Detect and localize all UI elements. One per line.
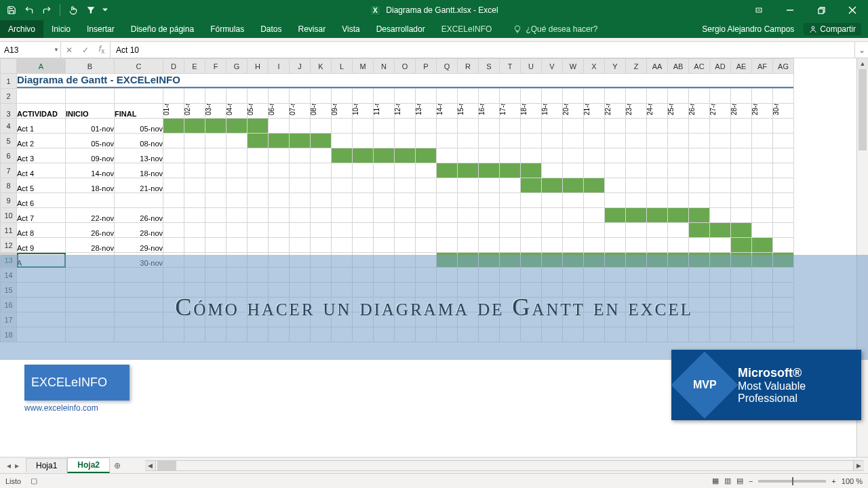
cell-gantt[interactable] [353,223,374,238]
cell[interactable] [332,283,353,298]
cell-gantt[interactable] [752,223,773,238]
cell-gantt[interactable] [437,134,458,148]
cell-gantt[interactable] [521,238,542,253]
cell[interactable] [668,268,689,283]
cell[interactable] [416,298,437,312]
cell-gantt[interactable] [226,148,248,163]
cell[interactable] [226,298,248,312]
col-header-AF[interactable]: AF [752,59,773,74]
cell-gantt[interactable] [311,238,332,253]
tab-datos[interactable]: Datos [252,20,290,38]
cell-gantt[interactable] [584,208,605,223]
zoom-in-button[interactable]: + [831,477,835,485]
cell[interactable] [689,268,710,283]
cell-gantt[interactable] [731,134,752,148]
col-header-P[interactable]: P [416,59,437,74]
cell-gantt[interactable] [479,148,500,163]
cell[interactable] [66,283,115,298]
cell-gantt[interactable] [752,119,773,134]
cell-date-header[interactable]: 11-nov [374,104,395,119]
cell-gantt[interactable] [710,178,731,193]
cell-gantt[interactable] [311,134,332,148]
cell-date-header[interactable]: 01-nov [163,104,184,119]
cell-gantt[interactable] [290,253,311,268]
cell-gantt[interactable] [773,208,794,223]
cell-gantt[interactable] [626,178,647,193]
cell[interactable] [17,89,66,104]
cell-gantt[interactable] [395,238,416,253]
cell-gantt[interactable] [163,208,184,223]
cell[interactable] [542,283,563,298]
cell[interactable] [752,312,773,327]
cell[interactable] [584,268,605,283]
cell-gantt[interactable] [500,163,521,178]
cell-gantt[interactable] [163,119,184,134]
cell-gantt[interactable] [458,238,479,253]
cell-gantt[interactable] [479,238,500,253]
cell-gantt[interactable] [563,193,584,208]
view-pagebreak-button[interactable]: ▤ [736,476,743,485]
cell-date-header[interactable]: 19-nov [542,104,563,119]
cell-gantt[interactable] [584,134,605,148]
cell[interactable] [710,312,731,327]
cell-gantt[interactable] [311,193,332,208]
cell[interactable] [115,89,163,104]
cell-gantt[interactable] [416,119,437,134]
cell-end[interactable]: 13-nov [115,148,163,163]
cell[interactable] [290,268,311,283]
cell[interactable] [563,298,584,312]
cell[interactable] [17,298,66,312]
cell[interactable] [647,312,668,327]
cell[interactable] [163,89,184,104]
cell-gantt[interactable] [458,253,479,268]
cell[interactable] [479,89,500,104]
cell-gantt[interactable] [269,208,290,223]
sheet-tab-hoja1[interactable]: Hoja1 [26,458,67,472]
col-header-T[interactable]: T [500,59,521,74]
cell[interactable] [205,312,226,327]
cell-gantt[interactable] [184,193,205,208]
cell-gantt[interactable] [647,253,668,268]
cell-gantt[interactable] [668,134,689,148]
horizontal-scrollbar[interactable]: ◀ ▶ [145,460,864,471]
cell-gantt[interactable] [689,148,710,163]
cell[interactable] [205,89,226,104]
cell-gantt[interactable] [752,253,773,268]
cell-gantt[interactable] [458,223,479,238]
expand-formula-bar-button[interactable]: ⌄ [854,42,868,58]
user-name[interactable]: Sergio Alejandro Campos [702,24,794,34]
cell-gantt[interactable] [395,208,416,223]
vertical-scroll-thumb[interactable] [859,69,867,150]
cell[interactable] [563,283,584,298]
cell-gantt[interactable] [226,119,248,134]
col-header-O[interactable]: O [395,59,416,74]
cell-gantt[interactable] [269,193,290,208]
cell[interactable] [115,283,163,298]
cell[interactable] [226,327,248,342]
col-header-A[interactable]: A [17,59,66,74]
cell-date-header[interactable]: 30-nov [773,104,794,119]
cell-gantt[interactable] [731,238,752,253]
cell[interactable] [17,327,66,342]
share-button[interactable]: Compartir [804,23,861,35]
cell[interactable] [311,312,332,327]
ribbon-options-button[interactable] [743,0,774,20]
cell-gantt[interactable] [500,253,521,268]
cell-gantt[interactable] [689,119,710,134]
cell-gantt[interactable] [542,119,563,134]
cell-gantt[interactable] [437,148,458,163]
cell-date-header[interactable]: 23-nov [626,104,647,119]
cell-gantt[interactable] [647,223,668,238]
cell-header-activity[interactable]: ACTIVIDAD [17,104,66,119]
cell[interactable] [500,89,521,104]
cell-gantt[interactable] [605,238,626,253]
cell-gantt[interactable] [395,253,416,268]
cell[interactable] [66,89,115,104]
cell-gantt[interactable] [647,193,668,208]
cell[interactable] [563,89,584,104]
cell-gantt[interactable] [205,134,226,148]
cell[interactable] [437,89,458,104]
cell-title[interactable]: Diagrama de Gantt - EXCELeINFO [17,74,794,89]
cell-header-end[interactable]: FINAL [115,104,163,119]
cell[interactable] [395,283,416,298]
